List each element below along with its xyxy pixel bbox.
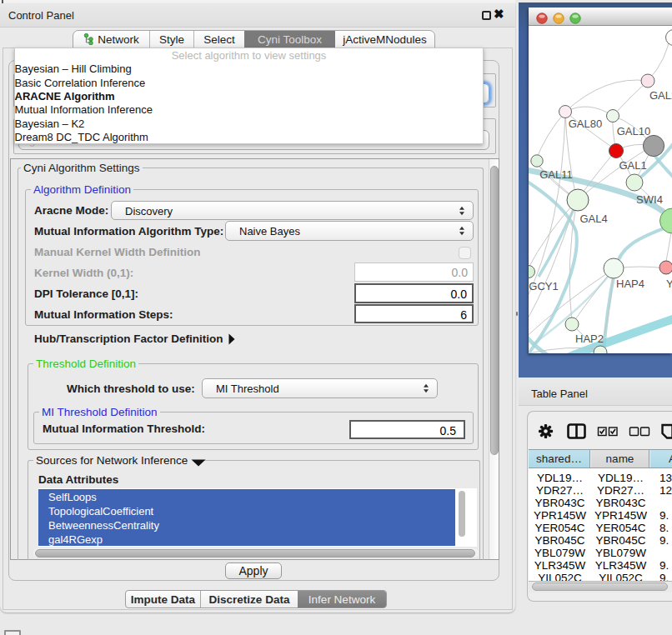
svg-text:GAL10: GAL10 xyxy=(617,125,650,138)
svg-text:GAL4: GAL4 xyxy=(579,212,607,225)
svg-text:GCY1: GCY1 xyxy=(529,280,558,292)
svg-text:SWI4: SWI4 xyxy=(636,193,663,206)
svg-text:HAP2: HAP2 xyxy=(575,332,604,345)
svg-text:GAL1: GAL1 xyxy=(619,159,646,172)
svg-text:GAL80: GAL80 xyxy=(569,118,602,130)
svg-text:GAL2: GAL2 xyxy=(649,89,672,102)
svg-text:HAP4: HAP4 xyxy=(616,278,644,290)
svg-text:YJ: YJ xyxy=(666,278,672,290)
svg-text:GAL11: GAL11 xyxy=(539,168,573,181)
